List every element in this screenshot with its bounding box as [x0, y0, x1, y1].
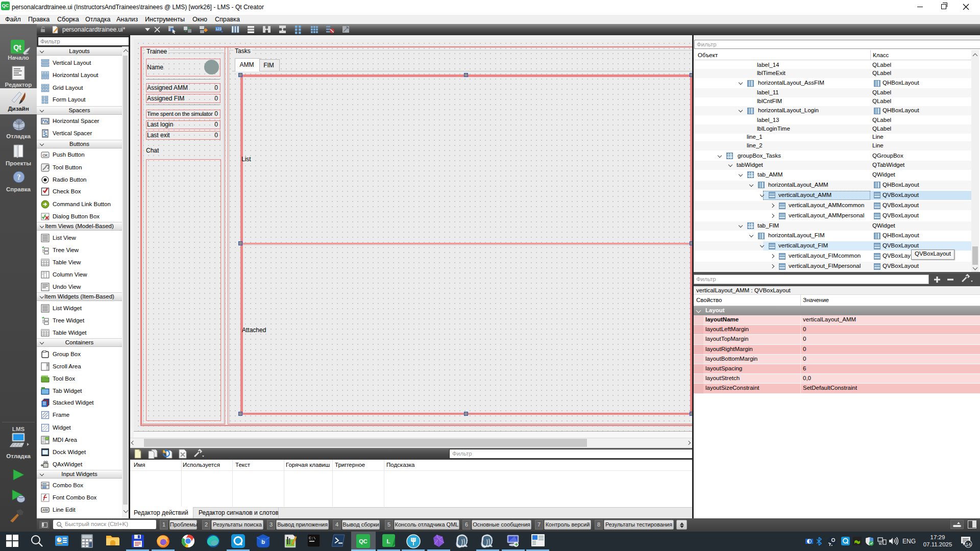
svg-text:L: L — [386, 538, 390, 544]
svg-text:Qt: Qt — [13, 43, 21, 52]
svg-text:14: 14 — [966, 542, 971, 547]
svg-text:?: ? — [17, 173, 21, 181]
svg-text:AB: AB — [42, 508, 47, 512]
svg-text:OK: OK — [42, 154, 47, 157]
svg-text:b: b — [261, 539, 265, 545]
svg-text:123: 123 — [215, 27, 222, 31]
svg-text:C:\: C:\ — [309, 536, 316, 540]
svg-text:QC: QC — [359, 538, 368, 544]
